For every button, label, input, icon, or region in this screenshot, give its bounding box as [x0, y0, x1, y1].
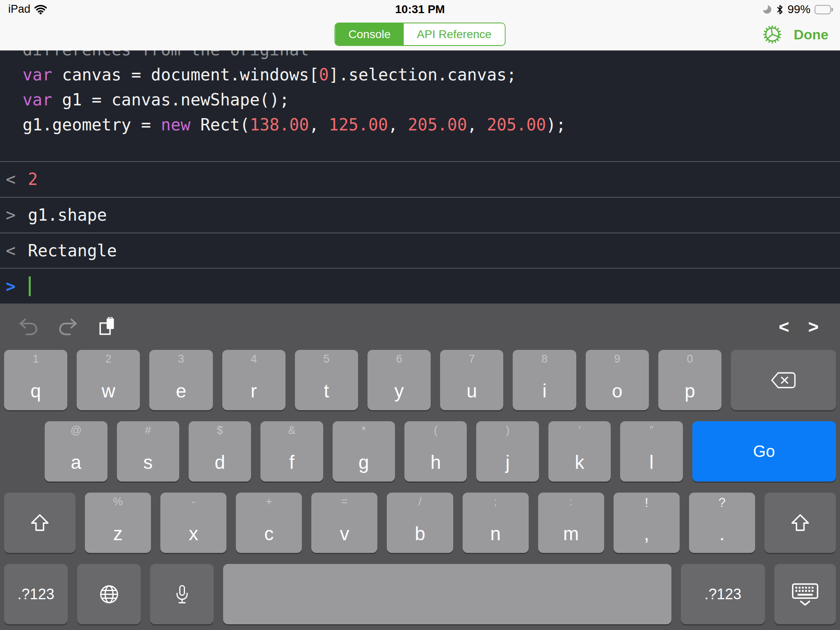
key-label: Go [753, 442, 775, 461]
key-g[interactable]: *g [333, 421, 395, 482]
key-p[interactable]: 0p [658, 350, 721, 410]
code-token: 205.00 [408, 115, 467, 134]
paste-icon[interactable] [98, 317, 116, 337]
key-label: m [538, 524, 604, 543]
code-token: , [388, 115, 408, 134]
key-j[interactable]: )j [476, 421, 539, 482]
code-line-3: g1.geometry = new Rect(138.00, 125.00, 2… [23, 112, 840, 137]
toolbar: Console API Reference Done [0, 18, 840, 50]
key-label: e [149, 381, 212, 400]
key-label: d [189, 453, 251, 472]
key-k[interactable]: ’k [548, 421, 611, 482]
key-sub-label: ; [463, 496, 529, 508]
console-entry-prompt[interactable]: > [0, 268, 840, 304]
key-sub-label: 8 [513, 353, 576, 365]
key-question-period[interactable]: ?. [689, 493, 755, 553]
entry-text: g1.shape [28, 205, 107, 224]
key-exclamation-comma[interactable]: !, [614, 493, 680, 553]
key-q[interactable]: 1q [4, 350, 67, 410]
key-y[interactable]: 6y [368, 350, 431, 410]
key-n[interactable]: ;n [463, 493, 529, 553]
tab-api-reference[interactable]: API Reference [404, 23, 504, 45]
key-label: . [689, 524, 755, 543]
key-x[interactable]: -x [160, 493, 226, 553]
key-dismiss-keyboard[interactable] [774, 564, 836, 624]
key-r[interactable]: 4r [222, 350, 285, 410]
key-w[interactable]: 2w [77, 350, 140, 410]
cursor-right-button[interactable]: > [808, 318, 819, 336]
key-label: t [295, 381, 358, 400]
key-globe[interactable] [77, 564, 141, 624]
keyboard-accessory-bar: < > [0, 304, 840, 350]
do-not-disturb-moon-icon [762, 4, 772, 15]
key-a[interactable]: @a [45, 421, 107, 482]
key-sub-label: ( [404, 425, 467, 437]
key-more-numbers-left[interactable]: .?123 [4, 564, 68, 624]
key-c[interactable]: +c [236, 493, 302, 553]
key-shift-left[interactable] [4, 493, 75, 553]
key-sub-label: 0 [658, 353, 721, 365]
header: iPad 10:31 PM [0, 0, 840, 50]
keyboard-row-3: %z-x+c=v/b;n:m!,?. [4, 493, 836, 553]
key-label: a [45, 453, 107, 472]
key-label: p [658, 381, 721, 400]
key-o[interactable]: 9o [586, 350, 649, 410]
prompt-chevron-icon: > [6, 277, 22, 296]
key-u[interactable]: 7u [440, 350, 503, 410]
key-i[interactable]: 8i [513, 350, 576, 410]
key-s[interactable]: #s [117, 421, 179, 482]
key-e[interactable]: 3e [149, 350, 212, 410]
shift-icon [790, 514, 810, 532]
entry-text: Rectangle [28, 241, 117, 260]
settings-gear-icon[interactable] [762, 24, 783, 45]
undo-icon[interactable] [18, 317, 39, 337]
key-shift-right[interactable] [765, 493, 836, 553]
console-entry-result: <2 [0, 161, 840, 197]
key-sub-label: 5 [295, 353, 358, 365]
key-sub-label: 4 [222, 353, 285, 365]
key-d[interactable]: $d [189, 421, 251, 482]
key-label: i [513, 381, 576, 400]
cursor-left-button[interactable]: < [779, 318, 790, 336]
key-sub-label: : [538, 496, 604, 508]
dismiss-icon [791, 582, 819, 606]
bluetooth-icon [776, 4, 783, 15]
key-t[interactable]: 5t [295, 350, 358, 410]
keyboard-row-1: 1q2w3e4r5t6y7u8i9o0p [4, 350, 836, 410]
code-lines: differences from the original var canvas… [0, 50, 840, 161]
key-label: h [404, 453, 467, 472]
key-f[interactable]: &f [260, 421, 323, 482]
key-m[interactable]: :m [538, 493, 604, 553]
code-token: Rect( [190, 115, 250, 134]
redo-icon[interactable] [58, 317, 78, 337]
tab-console[interactable]: Console [336, 23, 404, 45]
mic-icon [174, 584, 190, 605]
key-more-numbers-right[interactable]: .?123 [681, 564, 765, 624]
screen: iPad 10:31 PM [0, 0, 840, 630]
key-h[interactable]: (h [404, 421, 467, 482]
code-token: new [161, 115, 190, 134]
key-sub-label: @ [45, 425, 107, 437]
shift-icon [30, 514, 50, 532]
prompt-chevron-icon: > [6, 205, 22, 224]
code-line-1: var canvas = document.windows[0].selecti… [23, 62, 840, 87]
key-z[interactable]: %z [85, 493, 151, 553]
battery-percent: 99% [788, 3, 810, 16]
key-dictation[interactable] [150, 564, 214, 624]
key-b[interactable]: /b [387, 493, 453, 553]
code-token: var [23, 90, 52, 109]
code-token: var [23, 65, 52, 84]
key-label: x [160, 524, 226, 543]
done-button[interactable]: Done [794, 27, 829, 43]
key-go[interactable]: Go [692, 421, 836, 482]
key-space[interactable] [223, 564, 671, 624]
key-l[interactable]: ”l [620, 421, 682, 482]
key-backspace[interactable] [731, 350, 836, 410]
battery-icon [815, 5, 833, 14]
key-sub-label: + [236, 496, 302, 508]
key-v[interactable]: =v [311, 493, 377, 553]
keyboard-row-2: @a#s$d&f*g(h)j’k”lGo [4, 421, 836, 482]
console-panel: differences from the original var canvas… [0, 50, 840, 304]
key-label: g [333, 453, 395, 472]
code-token: 125.00 [329, 115, 388, 134]
